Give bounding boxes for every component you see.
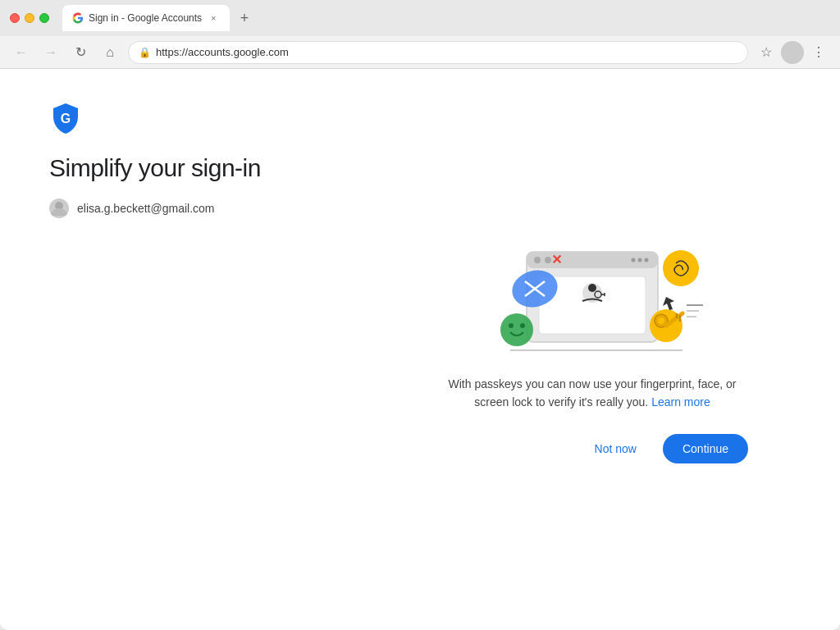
- svg-point-23: [658, 317, 664, 324]
- svg-point-8: [645, 258, 649, 262]
- description-text: With passkeys you can now use your finge…: [436, 375, 748, 412]
- profile-avatar[interactable]: [781, 41, 804, 64]
- forward-button[interactable]: →: [39, 41, 62, 64]
- toolbar: ← → ↻ ⌂ 🔒 https://accounts.google.com ☆ …: [0, 36, 840, 69]
- svg-text:G: G: [61, 112, 71, 126]
- user-email: elisa.g.beckett@gmail.com: [77, 202, 215, 215]
- user-row: elisa.g.beckett@gmail.com: [49, 199, 361, 218]
- page-inner: G Simplify your sign-in elisa.g.beckett@…: [0, 69, 840, 630]
- google-favicon: [72, 12, 84, 24]
- traffic-lights: [10, 13, 49, 23]
- google-shield-icon: G: [49, 102, 82, 135]
- reload-button[interactable]: ↻: [69, 41, 92, 64]
- url-text: https://accounts.google.com: [156, 46, 737, 58]
- lock-icon: 🔒: [139, 47, 151, 58]
- user-avatar: [49, 199, 69, 218]
- svg-point-11: [588, 284, 596, 292]
- not-now-button[interactable]: Not now: [582, 434, 650, 463]
- svg-point-5: [545, 257, 551, 263]
- right-panel: ✕ With passkeys you can now use your fin…: [394, 102, 791, 597]
- browser-tab[interactable]: Sign in - Google Accounts ×: [62, 5, 230, 31]
- svg-point-20: [520, 323, 525, 328]
- passkey-illustration: ✕: [461, 219, 724, 375]
- title-bar: Sign in - Google Accounts × +: [0, 0, 840, 36]
- content-layout: G Simplify your sign-in elisa.g.beckett@…: [49, 102, 791, 597]
- menu-button[interactable]: ⋮: [807, 41, 830, 64]
- svg-point-27: [663, 250, 699, 286]
- bookmark-button[interactable]: ☆: [755, 41, 778, 64]
- page-title: Simplify your sign-in: [49, 154, 361, 182]
- svg-point-18: [500, 313, 533, 346]
- fullscreen-window-button[interactable]: [39, 13, 49, 23]
- svg-text:✕: ✕: [551, 253, 562, 267]
- svg-point-19: [509, 323, 514, 328]
- page-content: G Simplify your sign-in elisa.g.beckett@…: [0, 69, 840, 630]
- tabs-row: Sign in - Google Accounts × +: [62, 5, 830, 31]
- left-panel: G Simplify your sign-in elisa.g.beckett@…: [49, 102, 361, 597]
- svg-point-7: [638, 258, 642, 262]
- svg-point-6: [632, 258, 636, 262]
- tab-close-button[interactable]: ×: [207, 11, 220, 25]
- back-button[interactable]: ←: [10, 41, 33, 64]
- toolbar-actions: ☆ ⋮: [755, 41, 830, 64]
- minimize-window-button[interactable]: [25, 13, 34, 23]
- action-buttons: Not now Continue: [436, 434, 748, 463]
- close-window-button[interactable]: [10, 13, 20, 23]
- svg-marker-29: [663, 297, 674, 310]
- tab-title: Sign in - Google Accounts: [89, 12, 202, 24]
- new-tab-button[interactable]: +: [233, 7, 256, 30]
- learn-more-link[interactable]: Learn more: [651, 395, 710, 409]
- home-button[interactable]: ⌂: [98, 41, 121, 64]
- continue-button[interactable]: Continue: [663, 434, 748, 463]
- browser-window: Sign in - Google Accounts × + ← → ↻ ⌂ 🔒 …: [0, 0, 840, 630]
- address-bar[interactable]: 🔒 https://accounts.google.com: [128, 41, 748, 64]
- svg-point-4: [534, 257, 541, 263]
